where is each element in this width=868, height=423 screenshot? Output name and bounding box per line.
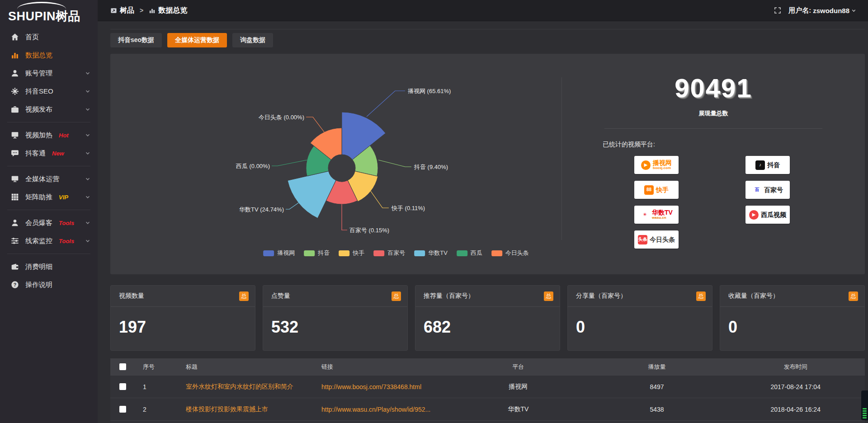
slice-label: 今日头条 (0.00%) [259,114,304,121]
logo-text: SHUPIN树品 [8,8,98,24]
divider [7,166,90,166]
chevron-down-icon [85,150,90,156]
home-icon [11,33,19,41]
tab[interactable]: 抖音seo数据 [110,33,162,47]
legend-item[interactable]: 华数TV [414,249,448,257]
legend-item[interactable]: 百家号 [373,249,405,257]
person-icon [11,219,19,227]
sidebar-item[interactable]: 账号管理 [0,64,98,82]
row-checkbox[interactable] [119,383,126,390]
topbar: 树品 > 数据总览 用户名: zswodun88 [98,0,868,21]
menu-badge: Tools [59,238,74,244]
row-checkbox[interactable] [119,406,126,413]
user-label: 用户名: [788,6,811,15]
fullscreen-icon[interactable] [774,7,781,14]
slice-label: 西瓜 (0.00%) [236,163,270,169]
stat-card-title: 视频数量 [119,292,144,300]
row-index: 2 [135,406,178,413]
stat-card: 推荐量（百家号） 总 682 [415,285,560,351]
gear-icon [11,87,19,95]
video-title-link[interactable]: 楼体投影灯投影效果震撼上市 [178,405,313,414]
col-index: 序号 [135,363,178,371]
svg-text:?: ? [14,282,17,287]
chevron-down-icon [85,132,90,138]
rose-chart[interactable]: 播视网 (65.61%)抖音 (9.40%)快手 (0.11%)百家号 (0.1… [110,54,561,240]
platform-logo-icon: ✳ [640,210,650,220]
legend-swatch [491,250,502,256]
label-line [367,91,405,117]
rose-slice[interactable] [288,171,336,218]
legend-swatch [339,250,349,256]
grid-icon [11,193,19,201]
chevron-down-icon [851,8,856,13]
sidebar-item[interactable]: 会员爆客 Tools [0,214,98,232]
sidebar-item[interactable]: 抖客通 New [0,144,98,162]
briefcase-icon [11,105,19,113]
slice-label: 华数TV (24.74%) [239,206,284,213]
green-bar [863,410,867,412]
logo: SHUPIN树品 [0,0,98,25]
stat-card-title: 收藏量（百家号） [728,292,779,300]
stat-card-value: 197 [111,307,255,337]
chart-legend: 播视网 抖音 快手 百家号 华数TV 西瓜 [263,249,529,257]
video-url-link[interactable]: http://www.boosj.com/7338468.html [313,383,449,390]
sidebar-item[interactable]: 视频发布 [0,100,98,118]
divider [110,29,865,29]
table-row: 2 楼体投影灯投影效果震撼上市 http://www.wasu.cn/Play/… [110,398,865,421]
green-bar [863,413,867,414]
platforms-grid: ▶ 播视网 boosj.com 88 快手 ✳ [562,156,865,249]
col-time: 发布时间 [726,363,865,371]
tab[interactable]: 全媒体运营数据 [167,33,227,47]
menu-badge: VIP [59,194,68,201]
chevron-down-icon [85,107,90,112]
stat-card-value: 0 [568,307,712,337]
row-platform: 播视网 [449,383,588,391]
platform-logo-icon: 88 [644,185,654,195]
slice-label: 抖音 (9.40%) [414,164,448,170]
user-menu[interactable]: 用户名: zswodun88 [788,6,856,15]
platform-badge: ♪ 抖音 [745,156,790,174]
menu-badge: Hot [59,132,69,139]
legend-item[interactable]: 快手 [339,249,364,257]
videos-table: 序号 标题 链接 平台 播放量 发布时间 1 室外水纹灯和室内水纹灯的区别和简介… [110,358,865,423]
sidebar-item[interactable]: 线索监控 Tools [0,232,98,250]
browser-extension-widget[interactable] [861,390,868,420]
breadcrumb-root[interactable]: 树品 [120,6,134,15]
green-bar [863,415,867,416]
wallet-icon [11,263,19,271]
sidebar: SHUPIN树品 首页 数据总览 账号管理 [0,0,98,423]
label-line [306,117,324,132]
breadcrumb-current: 数据总览 [158,6,187,15]
green-bar [863,417,867,418]
sidebar-item[interactable]: 全媒体运营 [0,170,98,188]
slice-label: 快手 (0.11%) [391,205,425,212]
video-url-link[interactable]: http://www.wasu.cn/Play/show/id/952... [313,406,449,413]
legend-item[interactable]: 西瓜 [457,249,482,257]
sidebar-item[interactable]: 抖音SEO [0,82,98,100]
legend-item[interactable]: 播视网 [263,249,295,257]
divider [7,254,90,254]
row-time: 2018-04-26 16:24 [726,406,865,413]
sidebar-item[interactable]: 数据总览 [0,46,98,64]
video-title-link[interactable]: 室外水纹灯和室内水纹灯的区别和简介 [178,383,313,391]
sidebar-item[interactable]: 矩阵助推 VIP [0,188,98,206]
table-header: 序号 标题 链接 平台 播放量 发布时间 [110,358,865,376]
sidebar-item[interactable]: 消费明细 [0,258,98,276]
total-impressions: 90491 [562,73,865,103]
legend-swatch [263,250,274,256]
legend-item[interactable]: 抖音 [304,249,330,257]
sidebar-item[interactable]: ? 操作说明 [0,276,98,294]
label-line [286,203,298,209]
platforms-title: 已统计的视频平台: [603,141,865,149]
sidebar-item[interactable]: 首页 [0,28,98,46]
legend-item[interactable]: 今日头条 [491,249,529,257]
total-badge: 总 [696,291,706,301]
select-all-checkbox[interactable] [119,363,126,370]
total-badge: 总 [239,291,249,301]
green-bar [863,408,867,409]
platform-logo-icon: ▶ [749,210,759,220]
sidebar-item[interactable]: 视频加热 Hot [0,126,98,144]
tab[interactable]: 询盘数据 [232,33,273,47]
chevron-down-icon [85,238,90,244]
slice-label: 百家号 (0.15%) [349,227,389,234]
